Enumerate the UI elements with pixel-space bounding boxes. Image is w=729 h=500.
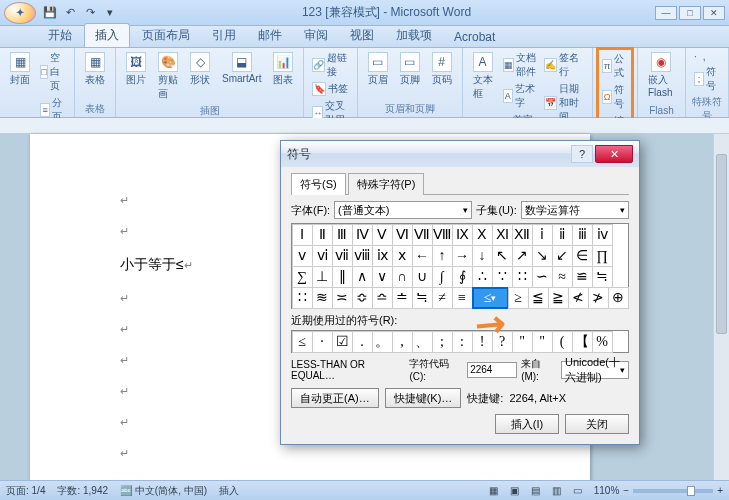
symbol-cell[interactable]: ∷ — [512, 266, 533, 288]
symbol-cell[interactable]: ⅳ — [592, 224, 613, 246]
symbol-cell[interactable]: Ⅴ — [372, 224, 393, 246]
symbol-cell[interactable]: ≐ — [392, 287, 413, 309]
symbol-cell[interactable]: Ⅵ — [392, 224, 413, 246]
symbol-cell[interactable]: ∩ — [392, 266, 413, 288]
vertical-scrollbar[interactable] — [713, 134, 729, 480]
symbol-cell[interactable]: ↗ — [512, 245, 533, 267]
symbol-cell[interactable]: ≌ — [572, 266, 593, 288]
flash-button[interactable]: ◉嵌入Flash — [644, 50, 679, 100]
view-web[interactable]: ▤ — [531, 485, 540, 496]
symbol-cell[interactable]: ∷ — [292, 287, 313, 309]
status-insert[interactable]: 插入 — [219, 484, 239, 498]
from-select[interactable]: Unicode(十六进制) — [561, 361, 629, 379]
symbol-cell[interactable]: ↑ — [432, 245, 453, 267]
symbol-cell[interactable]: Ⅶ — [412, 224, 433, 246]
zoom-value[interactable]: 110% — [594, 485, 620, 496]
clipart-button[interactable]: 🎨剪贴画 — [154, 50, 182, 103]
symbol-cell[interactable]: Ⅷ — [432, 224, 453, 246]
symbol-cell[interactable]: ≒ — [592, 266, 613, 288]
symbol-cell[interactable]: ≋ — [312, 287, 333, 309]
recent-symbol-cell[interactable]: " — [532, 331, 553, 353]
symbol-cell[interactable]: ∈ — [572, 245, 593, 267]
recent-symbol-cell[interactable]: ☑ — [332, 331, 353, 353]
symbol-cell[interactable]: ≧ — [548, 287, 569, 309]
font-select[interactable]: (普通文本) — [334, 201, 472, 219]
symbol-cell[interactable]: ≤ — [472, 287, 509, 309]
semi-symbol-button[interactable]: ;符号 — [692, 64, 722, 94]
symbol-cell[interactable]: Ⅺ — [492, 224, 513, 246]
symbol-cell[interactable]: ‖ — [332, 266, 353, 288]
dialog-tab-special[interactable]: 特殊字符(P) — [348, 173, 425, 195]
tab-addins[interactable]: 加载项 — [386, 24, 442, 47]
recent-symbol-cell[interactable]: 。 — [372, 331, 393, 353]
symbol-cell[interactable]: ⊕ — [608, 287, 629, 309]
symbol-cell[interactable]: ≥ — [508, 287, 529, 309]
code-input[interactable] — [467, 362, 517, 378]
zoom-in[interactable]: + — [717, 485, 723, 496]
tab-view[interactable]: 视图 — [340, 24, 384, 47]
chart-button[interactable]: 📊图表 — [269, 50, 297, 89]
symbol-cell[interactable]: ↘ — [532, 245, 553, 267]
signature-button[interactable]: ✍签名行 — [542, 50, 586, 80]
parts-button[interactable]: ▦文档部件 — [501, 50, 539, 80]
recent-symbol-cell[interactable]: 、 — [412, 331, 433, 353]
symbol-cell[interactable]: ≡ — [452, 287, 473, 309]
qat-undo[interactable]: ↶ — [62, 5, 78, 21]
symbol-cell[interactable]: ↖ — [492, 245, 513, 267]
symbol-cell[interactable]: ≈ — [552, 266, 573, 288]
symbol-cell[interactable]: Ⅰ — [292, 224, 313, 246]
table-button[interactable]: ▦表格 — [81, 50, 109, 89]
tab-review[interactable]: 审阅 — [294, 24, 338, 47]
picture-button[interactable]: 🖼图片 — [122, 50, 150, 89]
symbol-cell[interactable]: ∴ — [472, 266, 493, 288]
symbol-cell[interactable]: ← — [412, 245, 433, 267]
zoom-out[interactable]: − — [623, 485, 629, 496]
recent-symbol-cell[interactable]: ≤ — [292, 331, 313, 353]
symbol-cell[interactable]: ∨ — [372, 266, 393, 288]
office-button[interactable]: ✦ — [4, 2, 36, 24]
tab-insert[interactable]: 插入 — [84, 23, 130, 47]
minimize-button[interactable]: — — [655, 6, 677, 20]
recent-symbol-cell[interactable]: ( — [552, 331, 573, 353]
footer-button[interactable]: ▭页脚 — [396, 50, 424, 89]
hyperlink-button[interactable]: 🔗超链接 — [310, 50, 350, 80]
dot-symbol-button[interactable]: · — [692, 50, 699, 63]
symbol-cell[interactable]: ∮ — [452, 266, 473, 288]
symbol-cell[interactable]: ⊥ — [312, 266, 333, 288]
status-lang[interactable]: 🔤 中文(简体, 中国) — [120, 484, 207, 498]
symbol-cell[interactable]: ∽ — [532, 266, 553, 288]
symbol-cell[interactable]: ∧ — [352, 266, 373, 288]
qat-save[interactable]: 💾 — [42, 5, 58, 21]
view-fullscreen[interactable]: ▣ — [510, 485, 519, 496]
symbol-cell[interactable]: ⅵ — [312, 245, 333, 267]
dialog-close-button[interactable]: ✕ — [595, 145, 633, 163]
ruler[interactable] — [0, 118, 729, 134]
bookmark-button[interactable]: 🔖书签 — [310, 81, 350, 97]
view-outline[interactable]: ▥ — [552, 485, 561, 496]
symbol-cell[interactable]: ≦ — [528, 287, 549, 309]
symbol-cell[interactable]: ⅰ — [532, 224, 553, 246]
tab-mail[interactable]: 邮件 — [248, 24, 292, 47]
symbol-cell[interactable]: → — [452, 245, 473, 267]
symbol-cell[interactable]: Ⅲ — [332, 224, 353, 246]
zoom-slider[interactable] — [633, 489, 713, 493]
document-text[interactable]: 小于等于≤ — [120, 256, 184, 272]
symbol-cell[interactable]: ⅱ — [552, 224, 573, 246]
shortcut-button[interactable]: 快捷键(K)… — [385, 388, 462, 408]
comma-symbol-button[interactable]: , — [701, 50, 708, 63]
symbol-cell[interactable]: ⅸ — [372, 245, 393, 267]
blank-page-button[interactable]: □空白页 — [38, 50, 68, 94]
symbol-cell[interactable]: ∫ — [432, 266, 453, 288]
symbol-button[interactable]: Ω符号 — [600, 82, 630, 112]
symbol-cell[interactable]: ⅲ — [572, 224, 593, 246]
autocorrect-button[interactable]: 自动更正(A)… — [291, 388, 379, 408]
symbol-cell[interactable]: Ⅹ — [472, 224, 493, 246]
tab-home[interactable]: 开始 — [38, 24, 82, 47]
symbol-cell[interactable]: ≯ — [588, 287, 609, 309]
recent-symbol-cell[interactable]: ; — [432, 331, 453, 353]
maximize-button[interactable]: □ — [679, 6, 701, 20]
close-button[interactable]: ✕ — [703, 6, 725, 20]
symbol-cell[interactable]: ≒ — [412, 287, 433, 309]
tab-layout[interactable]: 页面布局 — [132, 24, 200, 47]
pagenum-button[interactable]: #页码 — [428, 50, 456, 89]
